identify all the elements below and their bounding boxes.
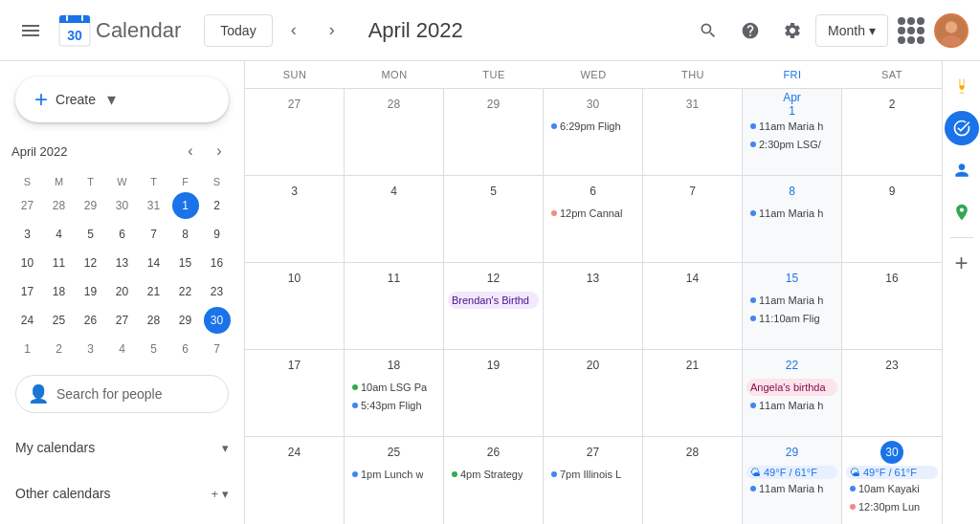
day-number[interactable]: 7 [681,180,704,203]
calendar-event[interactable]: 12pm Cannal [547,205,638,222]
calendar-event[interactable]: 11am Maria h [746,118,837,135]
mini-cal-day[interactable]: 3 [78,336,104,362]
today-button[interactable]: Today [204,14,272,47]
day-number[interactable]: 22 [781,354,804,377]
calendar-event[interactable]: 11am Maria h [746,205,837,222]
day-number[interactable]: 20 [582,354,605,377]
mini-cal-day[interactable]: 13 [109,250,136,276]
calendar-event[interactable]: 10am Kayaki [846,480,938,497]
day-number[interactable]: 13 [582,267,605,290]
day-number[interactable]: 9 [880,180,903,203]
mini-cal-day[interactable]: 25 [46,307,73,334]
mini-cal-day[interactable]: 23 [204,278,231,305]
add-calendar-icon[interactable]: + [211,487,218,501]
mini-cal-day[interactable]: 6 [109,221,136,248]
mini-cal-day[interactable]: 28 [141,307,167,334]
weather-event[interactable]: 🌤49°F / 61°F [846,466,938,479]
mini-cal-day[interactable]: 22 [172,278,199,305]
help-button[interactable] [731,11,769,50]
calendar-cell[interactable]: 306:29pm Fligh [544,89,643,175]
mini-next-button[interactable]: › [206,138,233,164]
calendar-cell[interactable]: 4 [345,176,444,262]
calendar-cell[interactable]: 30🌤49°F / 61°F10am Kayaki12:30pm Lun [842,437,942,524]
mini-cal-day[interactable]: 16 [204,250,231,276]
mini-cal-day[interactable]: 5 [141,336,167,362]
calendar-cell[interactable]: 277pm Illinois L [544,437,643,524]
calendar-cell[interactable]: 17 [245,350,345,436]
user-avatar[interactable] [934,13,969,48]
calendar-cell[interactable]: 5 [444,176,544,262]
mini-cal-day[interactable]: 7 [204,336,231,362]
day-number[interactable]: 25 [383,441,406,464]
calendar-cell[interactable]: 11 [345,263,444,349]
calendar-cell[interactable]: 23 [842,350,942,436]
day-number[interactable]: 17 [283,354,306,377]
mini-cal-day[interactable]: 11 [46,250,73,276]
create-button[interactable]: + Create ▾ [15,76,229,122]
mini-cal-day[interactable]: 29 [78,192,104,219]
mini-cal-day[interactable]: 7 [141,221,167,248]
apps-button[interactable] [892,11,930,50]
maps-icon[interactable] [945,195,979,229]
day-number[interactable]: 31 [681,93,704,116]
calendar-event[interactable]: 2:30pm LSG/ [746,136,837,153]
mini-cal-day[interactable]: 12 [78,250,104,276]
view-select[interactable]: Month ▾ [815,14,888,47]
calendar-cell[interactable]: 12Brendan's Birthd [444,263,544,349]
calendar-cell[interactable]: 21 [643,350,743,436]
mini-cal-day[interactable]: 24 [14,307,41,334]
day-number[interactable]: 5 [482,180,505,203]
calendar-cell[interactable]: 2 [842,89,942,175]
mini-cal-day[interactable]: 27 [14,192,41,219]
calendar-event[interactable]: 11am Maria h [746,397,837,414]
calendar-cell[interactable]: 28 [345,89,444,175]
calendar-event[interactable]: 5:43pm Fligh [348,397,439,414]
day-number[interactable]: 28 [383,93,406,116]
calendar-cell[interactable]: 24 [245,437,345,524]
calendar-cell[interactable]: 1810am LSG Pa5:43pm Fligh [345,350,444,436]
mini-cal-day[interactable]: 1 [172,192,199,219]
keep-icon[interactable] [945,69,979,103]
mini-cal-day[interactable]: 30 [204,307,231,334]
calendar-cell[interactable]: 612pm Cannal [544,176,643,262]
calendar-cell[interactable]: 31 [643,89,743,175]
calendar-event[interactable]: 11:10am Flig [746,310,837,327]
calendar-cell[interactable]: 251pm Lunch w [345,437,444,524]
menu-button[interactable] [11,11,50,50]
add-sidebar-item[interactable]: + [945,246,979,280]
calendar-event[interactable]: 10am LSG Pa [348,379,439,396]
mini-cal-day[interactable]: 5 [78,221,104,248]
mini-cal-day[interactable]: 27 [109,307,136,334]
mini-cal-day[interactable]: 1 [14,336,41,362]
calendar-cell[interactable]: 264pm Strategy [444,437,544,524]
day-number[interactable]: 18 [383,354,406,377]
calendar-event[interactable]: 7pm Illinois L [547,466,638,483]
mini-cal-day[interactable]: 21 [141,278,167,305]
birthday-event[interactable]: Angela's birthda [746,379,837,396]
day-number[interactable]: 26 [482,441,505,464]
day-number[interactable]: 28 [681,441,704,464]
calendar-cell[interactable]: 28 [643,437,743,524]
day-number[interactable]: 12 [482,267,505,290]
mini-cal-day[interactable]: 14 [141,250,167,276]
calendar-cell[interactable]: 29🌤49°F / 61°F11am Maria h [743,437,842,524]
calendar-cell[interactable]: 1511am Maria h11:10am Flig [743,263,842,349]
day-number[interactable]: 23 [880,354,903,377]
mini-cal-day[interactable]: 31 [141,192,167,219]
day-number[interactable]: 11 [383,267,406,290]
mini-cal-day[interactable]: 4 [46,221,73,248]
mini-cal-day[interactable]: 17 [14,278,41,305]
calendar-cell[interactable]: 7 [643,176,743,262]
search-people[interactable]: 👤 Search for people [15,375,229,413]
birthday-event[interactable]: Brendan's Birthd [448,292,539,309]
day-number[interactable]: 6 [582,180,605,203]
day-number[interactable]: 4 [383,180,406,203]
mini-cal-day[interactable]: 10 [14,250,41,276]
calendar-cell[interactable]: 22Angela's birthda11am Maria h [743,350,842,436]
day-number[interactable]: 21 [681,354,704,377]
calendar-cell[interactable]: 10 [245,263,345,349]
calendar-cell[interactable]: 29 [444,89,544,175]
calendar-cell[interactable]: 13 [544,263,643,349]
day-number[interactable]: 24 [283,441,306,464]
day-number[interactable]: 10 [283,267,306,290]
